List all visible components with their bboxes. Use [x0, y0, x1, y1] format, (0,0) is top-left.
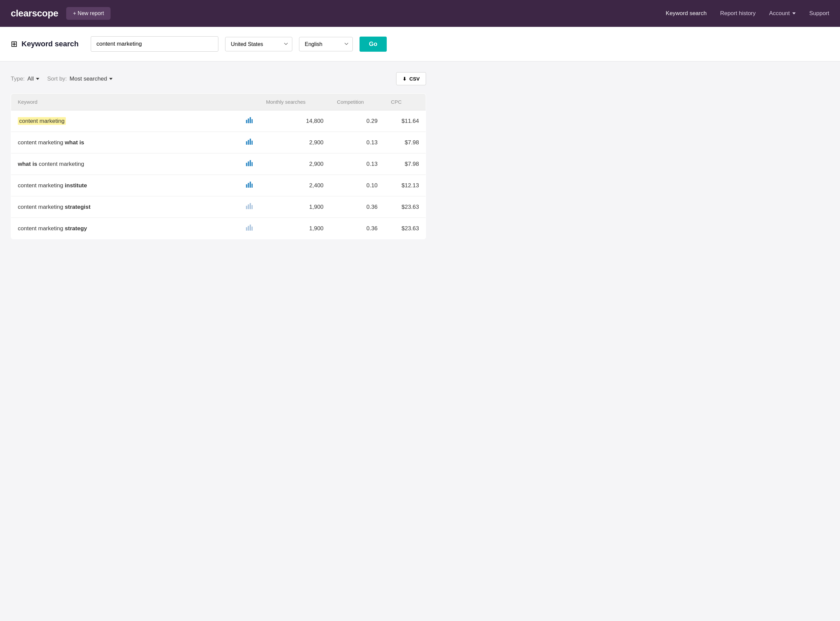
keyword-bold: strategy	[65, 225, 87, 232]
keyword-cell: content marketing strategy	[11, 218, 239, 239]
keyword-cell: what is content marketing	[11, 153, 239, 175]
chart-icon-cell[interactable]	[239, 175, 260, 196]
cpc-cell: $7.98	[384, 153, 426, 175]
svg-rect-9	[248, 162, 249, 166]
keyword-cell: content marketing what is	[11, 132, 239, 153]
keyword-table: Keyword Monthly searches Competition CPC…	[11, 93, 426, 239]
keyword-prefix: content marketing	[18, 182, 65, 189]
table-row: content marketing what is 2,9000.13$7.98	[11, 132, 426, 153]
cpc-cell: $11.64	[384, 111, 426, 132]
svg-rect-22	[250, 224, 251, 230]
monthly-searches-cell: 14,800	[260, 111, 330, 132]
bar-chart-icon[interactable]	[246, 225, 253, 232]
svg-rect-3	[251, 119, 253, 123]
svg-rect-8	[246, 163, 247, 166]
monthly-searches-cell: 2,400	[260, 175, 330, 196]
country-select[interactable]: United States United Kingdom Canada Aust…	[225, 37, 292, 51]
type-filter-value: All	[27, 76, 34, 82]
svg-rect-19	[251, 205, 253, 209]
navbar: clearscope + New report Keyword search R…	[0, 0, 840, 27]
keyword-suffix: content marketing	[37, 161, 84, 167]
csv-label: CSV	[409, 76, 420, 82]
svg-rect-11	[251, 162, 253, 166]
sort-filter-dropdown[interactable]: Most searched	[70, 76, 112, 82]
table-row: what is content marketing 2,9000.13$7.98	[11, 153, 426, 175]
competition-cell: 0.10	[330, 175, 384, 196]
cpc-cell: $12.13	[384, 175, 426, 196]
competition-cell: 0.36	[330, 218, 384, 239]
brand-logo: clearscope	[11, 8, 58, 19]
keyword-prefix: content marketing	[18, 139, 65, 146]
nav-support[interactable]: Support	[809, 10, 829, 17]
new-report-button[interactable]: + New report	[66, 7, 111, 20]
keyword-prefix: content marketing	[18, 204, 65, 210]
csv-button[interactable]: ⬇ CSV	[396, 72, 426, 85]
keyword-cell: content marketing	[11, 111, 239, 132]
sort-chevron-icon	[109, 78, 112, 80]
chart-icon-cell[interactable]	[239, 153, 260, 175]
monthly-searches-cell: 2,900	[260, 132, 330, 153]
svg-rect-2	[250, 117, 251, 123]
search-section: ⊞ Keyword search United States United Ki…	[0, 27, 840, 61]
bar-chart-icon[interactable]	[246, 204, 253, 211]
bar-chart-icon[interactable]	[246, 118, 253, 124]
svg-rect-18	[250, 203, 251, 209]
cpc-cell: $23.63	[384, 218, 426, 239]
page-title-area: ⊞ Keyword search	[11, 39, 79, 48]
keyword-bold: strategist	[65, 204, 91, 210]
svg-rect-20	[246, 227, 247, 230]
type-filter-dropdown[interactable]: All	[27, 76, 39, 82]
svg-rect-14	[250, 182, 251, 188]
competition-cell: 0.36	[330, 196, 384, 218]
svg-rect-10	[250, 160, 251, 166]
type-chevron-icon	[36, 78, 39, 80]
bar-chart-icon[interactable]	[246, 182, 253, 189]
table-body: content marketing 14,8000.29$11.64conten…	[11, 111, 426, 239]
svg-rect-16	[246, 206, 247, 209]
nav-keyword-search[interactable]: Keyword search	[665, 10, 706, 17]
keyword-cell: content marketing institute	[11, 175, 239, 196]
cpc-cell: $7.98	[384, 132, 426, 153]
svg-rect-5	[248, 140, 249, 145]
table-row: content marketing strategy 1,9000.36$23.…	[11, 218, 426, 239]
keyword-search-icon: ⊞	[11, 39, 17, 48]
chart-icon-cell[interactable]	[239, 196, 260, 218]
keyword-bold: what is	[18, 161, 37, 167]
table-row: content marketing strategist 1,9000.36$2…	[11, 196, 426, 218]
svg-rect-13	[248, 183, 249, 188]
col-header-keyword: Keyword	[11, 94, 239, 111]
svg-rect-1	[248, 118, 249, 123]
col-header-monthly: Monthly searches	[260, 94, 330, 111]
nav-account[interactable]: Account	[769, 10, 796, 17]
keyword-bold: what is	[65, 139, 84, 146]
keyword-bold: institute	[65, 182, 87, 189]
filter-left: Type: All Sort by: Most searched	[11, 76, 112, 82]
col-header-cpc: CPC	[384, 94, 426, 111]
table-header: Keyword Monthly searches Competition CPC	[11, 94, 426, 111]
competition-cell: 0.29	[330, 111, 384, 132]
search-input[interactable]	[91, 36, 219, 52]
cpc-cell: $23.63	[384, 196, 426, 218]
go-button[interactable]: Go	[360, 36, 387, 52]
nav-report-history[interactable]: Report history	[720, 10, 756, 17]
page-title: Keyword search	[21, 39, 79, 48]
svg-rect-4	[246, 141, 247, 145]
filter-bar: Type: All Sort by: Most searched ⬇ CSV	[11, 72, 426, 85]
svg-rect-12	[246, 184, 247, 188]
bar-chart-icon[interactable]	[246, 139, 253, 146]
competition-cell: 0.13	[330, 132, 384, 153]
chart-icon-cell[interactable]	[239, 111, 260, 132]
chart-icon-cell[interactable]	[239, 132, 260, 153]
keyword-cell: content marketing strategist	[11, 196, 239, 218]
bar-chart-icon[interactable]	[246, 161, 253, 168]
table-row: content marketing 14,8000.29$11.64	[11, 111, 426, 132]
chart-icon-cell[interactable]	[239, 218, 260, 239]
language-select[interactable]: English Spanish French	[299, 37, 353, 51]
nav-links: Keyword search Report history Account Su…	[665, 10, 829, 17]
svg-rect-7	[251, 141, 253, 145]
svg-rect-23	[251, 227, 253, 230]
main-content: Type: All Sort by: Most searched ⬇ CSV K…	[0, 61, 437, 239]
monthly-searches-cell: 2,900	[260, 153, 330, 175]
svg-rect-17	[248, 204, 249, 209]
svg-rect-21	[248, 226, 249, 230]
